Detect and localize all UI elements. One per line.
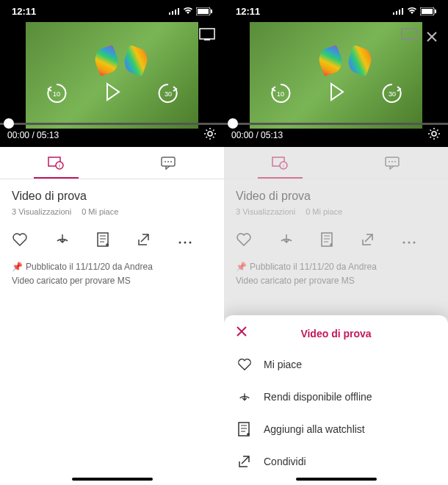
cast-icon[interactable] bbox=[199, 28, 217, 41]
svg-point-25 bbox=[189, 242, 192, 244]
play-button[interactable] bbox=[325, 81, 347, 106]
pin-icon: 📌 bbox=[12, 260, 23, 274]
svg-rect-6 bbox=[211, 10, 212, 13]
sheet-share-item[interactable]: Condividi bbox=[224, 445, 448, 478]
svg-point-50 bbox=[408, 242, 411, 244]
video-player[interactable]: 10 30 00:00 / 05:13 bbox=[224, 22, 448, 147]
list-add-icon bbox=[237, 422, 252, 436]
rewind-10-button[interactable]: 10 bbox=[45, 82, 68, 105]
like-button[interactable] bbox=[12, 232, 28, 250]
progress-bar[interactable] bbox=[0, 123, 224, 125]
view-count: 3 Visualizzazioni bbox=[236, 207, 295, 216]
svg-point-23 bbox=[179, 242, 181, 244]
watchlist-button[interactable] bbox=[321, 232, 334, 250]
video-description: Video caricato per provare MS bbox=[12, 274, 212, 288]
svg-point-42 bbox=[389, 161, 390, 162]
forward-30-button[interactable]: 30 bbox=[156, 82, 180, 105]
download-button[interactable] bbox=[54, 232, 71, 250]
settings-icon[interactable] bbox=[203, 127, 217, 143]
rewind-10-button[interactable]: 10 bbox=[269, 82, 292, 105]
svg-point-44 bbox=[394, 161, 396, 162]
svg-point-24 bbox=[184, 242, 187, 244]
published-info: Pubblicato il 11/11/20 da Andrea bbox=[250, 260, 377, 274]
share-icon bbox=[237, 454, 252, 469]
sheet-like-item[interactable]: Mi piace bbox=[224, 348, 448, 381]
svg-rect-1 bbox=[172, 11, 173, 15]
home-indicator[interactable] bbox=[296, 478, 377, 481]
svg-point-17 bbox=[167, 161, 169, 162]
sheet-title: Video di prova bbox=[300, 328, 371, 340]
watchlist-button[interactable] bbox=[97, 232, 110, 250]
more-button[interactable] bbox=[178, 234, 192, 248]
status-icons bbox=[393, 7, 436, 15]
svg-rect-27 bbox=[396, 11, 397, 15]
tab-info[interactable]: i bbox=[224, 147, 336, 179]
published-info: Pubblicato il 11/11/20 da Andrea bbox=[26, 260, 153, 274]
heart-icon bbox=[237, 357, 252, 372]
svg-rect-7 bbox=[200, 29, 214, 39]
status-time: 12:11 bbox=[12, 6, 36, 17]
time-display: 00:00 / 05:13 bbox=[7, 130, 59, 140]
sheet-watchlist-item[interactable]: Aggiungi alla watchlist bbox=[224, 413, 448, 445]
tab-comments[interactable] bbox=[112, 147, 225, 179]
settings-icon[interactable] bbox=[427, 127, 441, 143]
sheet-like-label: Mi piace bbox=[264, 359, 302, 370]
share-button[interactable] bbox=[361, 232, 375, 250]
signal-icon bbox=[393, 7, 404, 15]
svg-rect-33 bbox=[402, 29, 416, 39]
video-thumbnail bbox=[26, 22, 198, 129]
tab-comments[interactable] bbox=[336, 147, 449, 179]
status-bar: 12:11 bbox=[0, 0, 224, 22]
svg-rect-8 bbox=[204, 39, 210, 40]
download-button[interactable] bbox=[278, 232, 295, 250]
sheet-offline-item[interactable]: Rendi disponibile offline bbox=[224, 381, 448, 413]
more-button[interactable] bbox=[402, 234, 416, 248]
svg-rect-3 bbox=[178, 8, 179, 15]
svg-rect-32 bbox=[435, 10, 436, 13]
view-count: 3 Visualizzazioni bbox=[12, 207, 71, 216]
home-indicator[interactable] bbox=[72, 478, 153, 481]
svg-rect-31 bbox=[422, 9, 433, 14]
battery-icon bbox=[196, 7, 212, 15]
cloud-download-icon bbox=[237, 389, 252, 404]
tab-info[interactable]: i bbox=[0, 147, 112, 179]
close-button[interactable] bbox=[423, 28, 441, 46]
status-icons bbox=[169, 7, 212, 15]
signal-icon bbox=[169, 7, 180, 15]
like-button[interactable] bbox=[236, 232, 252, 250]
video-title: Video di prova bbox=[12, 190, 212, 203]
svg-rect-26 bbox=[393, 12, 394, 15]
progress-bar[interactable] bbox=[224, 123, 448, 125]
wifi-icon bbox=[183, 7, 193, 15]
svg-point-18 bbox=[170, 161, 172, 162]
like-count: 0 Mi piace bbox=[306, 207, 342, 216]
sheet-share-label: Condividi bbox=[264, 456, 306, 467]
play-button[interactable] bbox=[101, 81, 123, 106]
status-bar: 12:11 bbox=[224, 0, 448, 22]
sheet-watchlist-label: Aggiungi alla watchlist bbox=[264, 423, 365, 435]
svg-point-16 bbox=[165, 161, 166, 162]
svg-text:10: 10 bbox=[52, 90, 59, 98]
share-button[interactable] bbox=[137, 232, 151, 250]
video-thumbnail bbox=[250, 22, 422, 129]
pin-icon: 📌 bbox=[236, 260, 247, 274]
status-time: 12:11 bbox=[236, 6, 260, 17]
svg-rect-29 bbox=[402, 8, 403, 15]
tab-bar: i bbox=[224, 147, 448, 179]
svg-rect-2 bbox=[175, 10, 176, 15]
wifi-icon bbox=[407, 7, 417, 15]
svg-rect-34 bbox=[406, 39, 412, 40]
battery-icon bbox=[420, 7, 436, 15]
svg-point-51 bbox=[413, 242, 416, 244]
like-count: 0 Mi piace bbox=[82, 207, 118, 216]
svg-point-43 bbox=[391, 161, 393, 162]
sheet-close-button[interactable] bbox=[236, 326, 248, 341]
sheet-offline-label: Rendi disponibile offline bbox=[264, 391, 372, 403]
forward-30-button[interactable]: 30 bbox=[380, 82, 404, 105]
cast-icon[interactable] bbox=[401, 28, 419, 41]
video-player[interactable]: 10 30 00:00 / 05:13 bbox=[0, 22, 224, 147]
svg-point-11 bbox=[208, 132, 212, 136]
svg-rect-0 bbox=[169, 12, 170, 15]
svg-rect-5 bbox=[198, 9, 209, 14]
video-description: Video caricato per provare MS bbox=[236, 274, 436, 288]
